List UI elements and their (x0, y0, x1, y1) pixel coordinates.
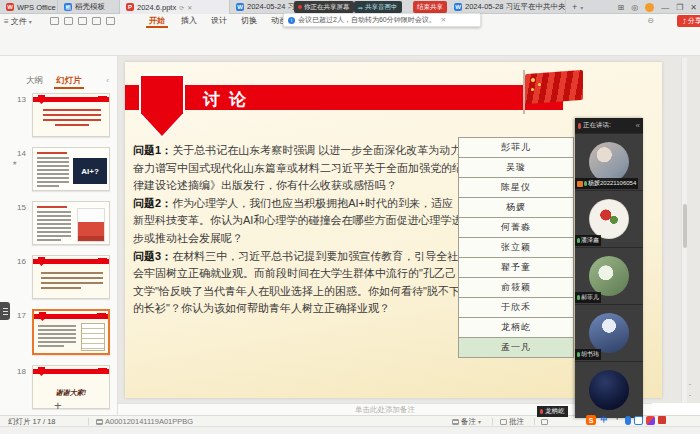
redo-icon[interactable] (106, 17, 115, 25)
avatar (589, 199, 629, 239)
microphone-icon (578, 123, 581, 129)
output-icon[interactable] (64, 17, 73, 25)
collapse-left-icon[interactable]: « (636, 121, 640, 130)
title-banner (125, 85, 563, 110)
participant-tile[interactable]: 胡书玮 (575, 304, 643, 361)
notes-bar[interactable]: 单击此处添加备注 (118, 403, 652, 415)
ppt-document-tab[interactable]: 2024.6.pptx (120, 0, 230, 14)
add-slide-button[interactable]: + (54, 398, 62, 413)
avatar (589, 256, 629, 296)
mic-status-icon (584, 181, 587, 186)
minimize-icon[interactable]: — (661, 3, 669, 12)
collapse-panel-icon[interactable]: ‹ (106, 76, 109, 85)
new-tab-button[interactable]: + (566, 0, 590, 14)
slide-number: 14 (8, 149, 26, 158)
slide-number: 18 (8, 367, 26, 376)
print-icon[interactable] (78, 17, 87, 25)
mic-status-icon (577, 295, 580, 300)
question-1: 问题1：关于总书记在山东考察时强调 以进一步全面深化改革为动力 奋力谱写中国式现… (133, 142, 463, 195)
tab-design[interactable]: 设计 (208, 14, 230, 28)
participant-tile[interactable]: 郝菲儿 (575, 247, 643, 304)
avatar (589, 370, 629, 410)
chinese-mode-icon[interactable] (599, 415, 609, 425)
refresh-icon[interactable] (179, 3, 184, 12)
slide-thumbnail-13[interactable] (32, 93, 110, 137)
file-menu-button[interactable]: ≡文件 (4, 14, 32, 28)
user-avatar[interactable] (645, 3, 654, 12)
theme-icon[interactable]: ◎ (631, 3, 638, 12)
meeting-panel-header[interactable]: 正在讲话: « (575, 118, 643, 133)
tab-transition[interactable]: 切换 (238, 14, 260, 28)
meeting-panel: 正在讲话: « 杨媛20221106054 潘泽鑫 郝菲儿 胡书玮 (575, 118, 643, 418)
handwriting-icon[interactable] (612, 415, 622, 425)
notes-placeholder: 单击此处添加备注 (355, 405, 415, 415)
scroll-up-icon[interactable]: ˆ (689, 383, 691, 389)
word-file-icon (454, 3, 462, 11)
table-row-highlighted[interactable]: 孟一凡 (458, 338, 574, 358)
table-row[interactable]: 彭菲儿 (458, 138, 574, 158)
layout-icon[interactable]: ⊞ (617, 3, 624, 12)
word-document-tab-2[interactable]: 2024-05-28 习近平在中共中央政... (448, 0, 566, 14)
wps-app-tab[interactable]: WPS Office (0, 0, 58, 14)
name-table[interactable]: 彭菲儿 吴璇 陈星仪 杨媛 何菁淼 张立颖 翟予童 俞筱颖 于欣禾 龙柄屹 孟一… (458, 137, 574, 358)
table-row[interactable]: 吴璇 (458, 158, 574, 178)
extension-icon[interactable] (646, 416, 655, 425)
meeting-toast: i 会议已超过2人，自动转为60分钟限时会议。 ✕ (283, 13, 481, 27)
tab-home[interactable]: 开始 (146, 14, 168, 28)
window-tab-bar: WPS Office 稻壳模板 2024.6.pptx 2024-05-24 习… (0, 0, 700, 14)
tab-slides[interactable]: 幻灯片 (54, 75, 84, 89)
table-row[interactable]: 俞筱颖 (458, 278, 574, 298)
close-window-icon[interactable]: ✕ (690, 3, 697, 12)
undo-icon[interactable] (92, 17, 101, 25)
questions-textbox[interactable]: 问题1：关于总书记在山东考察时强调 以进一步全面深化改革为动力 奋力谱写中国式现… (133, 142, 463, 318)
participant-name-chip: 胡书玮 (575, 349, 601, 360)
mini-table (81, 323, 105, 351)
system-tray (586, 412, 666, 428)
slide-thumbnail-15[interactable] (32, 201, 110, 245)
voice-input-icon[interactable] (625, 416, 631, 425)
tab-outline[interactable]: 大纲 (24, 75, 45, 87)
table-row[interactable]: 杨媛 (458, 198, 574, 218)
building-image (77, 208, 105, 242)
save-icon[interactable] (50, 17, 59, 25)
participant-tiles: 杨媛20221106054 潘泽鑫 郝菲儿 胡书玮 (575, 133, 643, 418)
participant-name-chip: 郝菲儿 (575, 292, 601, 303)
sharing-audio-chip[interactable]: 共享音画中 (354, 1, 402, 13)
table-row[interactable]: 张立颖 (458, 238, 574, 258)
stop-sharing-button[interactable]: 结束共享 (413, 1, 447, 13)
table-row[interactable]: 陈星仪 (458, 178, 574, 198)
slide-thumbnail-16[interactable] (32, 255, 110, 299)
comment-icon (500, 419, 507, 425)
table-row[interactable]: 龙柄屹 (458, 318, 574, 338)
participant-tile[interactable]: 杨媛20221106054 (575, 133, 643, 190)
table-row[interactable]: 翟予童 (458, 258, 574, 278)
participant-name-chip: 杨媛20221106054 (575, 178, 638, 189)
vertical-scrollbar[interactable] (681, 58, 687, 403)
slide-number: 16 (8, 257, 26, 266)
slide-thumbnail-14[interactable]: AI+? (32, 147, 110, 191)
table-row[interactable]: 于欣禾 (458, 298, 574, 318)
slide-thumbnail-18[interactable]: 谢谢大家! (32, 365, 110, 409)
scroll-down-icon[interactable]: ˇ (689, 394, 691, 400)
toast-close-icon[interactable]: ✕ (441, 16, 446, 24)
slide-thumbnail-17-selected[interactable] (32, 309, 110, 355)
panel-drag-handle[interactable] (0, 302, 10, 320)
sogou-input-icon[interactable] (586, 415, 596, 425)
restore-icon[interactable]: ❐ (676, 3, 683, 12)
mic-status-icon (577, 238, 580, 243)
close-tab-icon[interactable] (187, 3, 192, 12)
docer-template-tab[interactable]: 稻壳模板 (58, 0, 120, 14)
info-icon: i (288, 17, 295, 24)
participant-tile[interactable] (575, 361, 643, 418)
clipboard-panel-icon[interactable] (634, 416, 643, 425)
participant-tile[interactable]: 潘泽鑫 (575, 190, 643, 247)
collapse-ribbon-icon[interactable]: ⊖ (647, 16, 654, 25)
table-row[interactable]: 何菁淼 (458, 218, 574, 238)
scrollbar-handle[interactable] (683, 204, 687, 248)
slide-title[interactable]: 讨论 (203, 88, 255, 111)
red-badge-icon[interactable] (658, 416, 666, 424)
tab-insert[interactable]: 插入 (178, 14, 200, 28)
mic-status-icon (577, 352, 580, 357)
share-button[interactable]: ⤴分享 (677, 15, 700, 27)
id-icon (96, 419, 103, 425)
